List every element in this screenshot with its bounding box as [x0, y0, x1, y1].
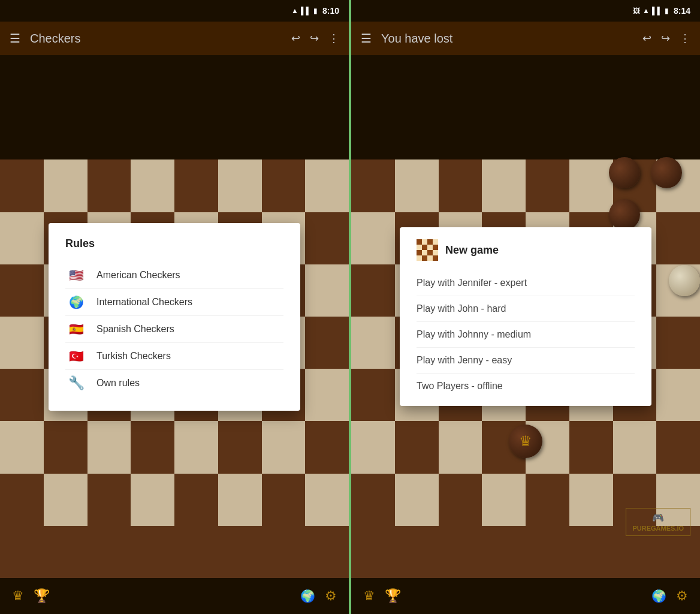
left-settings-icon[interactable]: ⚙	[325, 588, 337, 604]
signal-icon: ▌▌	[301, 7, 311, 15]
rules-dialog: Rules 🇺🇸 American Checkers 🌍 Internation…	[49, 223, 300, 411]
left-app-title: Checkers	[30, 32, 282, 46]
right-crown-icon[interactable]: ♛	[363, 588, 375, 604]
right-bottom-left-icons: ♛ 🏆	[363, 588, 401, 604]
left-status-bar: ▲ ▌▌ ▮ 8:10	[0, 0, 349, 22]
left-bottom-left-icons: ♛ 🏆	[12, 588, 50, 604]
image-icon: 🖼	[633, 7, 640, 15]
rules-item-spanish[interactable]: 🇪🇸 Spanish Checkers	[65, 316, 283, 343]
right-action-icons: ↩ ↪ ⋮	[642, 32, 690, 45]
own-label: Own rules	[96, 378, 140, 389]
left-crown-icon[interactable]: ♛	[12, 588, 24, 604]
rules-item-international[interactable]: 🌍 International Checkers	[65, 289, 283, 316]
right-trophy-icon[interactable]: 🏆	[385, 588, 401, 604]
play-johnny-link[interactable]: Play with Johnny - medium	[417, 322, 635, 348]
american-flag-icon: 🇺🇸	[65, 268, 87, 282]
right-status-bar: 🖼 ▲ ▌▌ ▮ 8:14	[351, 0, 700, 22]
left-bottom-right-icons: 🌍 ⚙	[300, 588, 337, 604]
left-globe-icon[interactable]: 🌍	[300, 589, 315, 603]
turkish-label: Turkish Checkers	[96, 351, 171, 362]
play-john-link[interactable]: Play with John - hard	[417, 296, 635, 322]
international-label: International Checkers	[96, 297, 192, 308]
right-status-icons: 🖼 ▲ ▌▌ ▮	[633, 7, 669, 15]
newgame-dialog-header: New game	[417, 239, 635, 261]
right-time: 8:14	[674, 6, 690, 16]
right-bottom-right-icons: 🌍 ⚙	[651, 588, 688, 604]
checkerboard-icon	[417, 239, 438, 261]
right-redo-icon[interactable]: ↪	[661, 32, 670, 45]
right-app-bar: ☰ You have lost ↩ ↪ ⋮	[351, 22, 700, 55]
right-undo-icon[interactable]: ↩	[642, 32, 651, 45]
rules-item-own[interactable]: 🔧 Own rules	[65, 370, 283, 396]
spanish-label: Spanish Checkers	[96, 324, 174, 335]
right-settings-icon[interactable]: ⚙	[676, 588, 688, 604]
rules-item-american[interactable]: 🇺🇸 American Checkers	[65, 262, 283, 289]
rules-dialog-title: Rules	[65, 237, 283, 250]
left-panel: ▲ ▌▌ ▮ 8:10 ☰ Checkers ↩ ↪ ⋮	[0, 0, 349, 614]
wifi-icon: ▲	[291, 7, 298, 15]
right-app-title: You have lost	[381, 32, 633, 46]
spanish-flag-icon: 🇪🇸	[65, 322, 87, 336]
right-more-icon[interactable]: ⋮	[680, 32, 690, 45]
left-status-icons: ▲ ▌▌ ▮	[291, 7, 318, 15]
left-action-icons: ↩ ↪ ⋮	[291, 32, 339, 45]
left-time: 8:10	[322, 6, 339, 16]
right-dialog-overlay: New game Play with Jennifer - expert Pla…	[351, 55, 700, 578]
newgame-dialog-title: New game	[445, 244, 499, 257]
left-trophy-icon[interactable]: 🏆	[34, 588, 50, 604]
right-board: ♛ New game Play with Jennifer - expert P…	[351, 55, 700, 578]
right-signal-icon: ▌▌	[652, 7, 662, 15]
left-board: Rules 🇺🇸 American Checkers 🌍 Internation…	[0, 55, 349, 578]
left-redo-icon[interactable]: ↪	[310, 32, 319, 45]
right-globe-icon[interactable]: 🌍	[651, 589, 666, 603]
two-players-link[interactable]: Two Players - offline	[417, 374, 635, 399]
right-bottom-bar: ♛ 🏆 🌍 ⚙	[351, 578, 700, 614]
right-panel: 🖼 ▲ ▌▌ ▮ 8:14 ☰ You have lost ↩ ↪ ⋮	[351, 0, 700, 614]
rules-item-turkish[interactable]: 🇹🇷 Turkish Checkers	[65, 343, 283, 370]
battery-icon: ▮	[313, 7, 318, 15]
left-app-bar: ☰ Checkers ↩ ↪ ⋮	[0, 22, 349, 55]
newgame-dialog: New game Play with Jennifer - expert Pla…	[400, 227, 651, 406]
right-battery-icon: ▮	[665, 7, 669, 15]
right-wifi-icon: ▲	[642, 7, 650, 15]
left-dialog-overlay: Rules 🇺🇸 American Checkers 🌍 Internation…	[0, 55, 349, 578]
left-more-icon[interactable]: ⋮	[328, 32, 339, 45]
wrench-icon: 🔧	[65, 376, 87, 390]
left-undo-icon[interactable]: ↩	[291, 32, 300, 45]
left-bottom-bar: ♛ 🏆 🌍 ⚙	[0, 578, 349, 614]
play-jennifer-link[interactable]: Play with Jennifer - expert	[417, 270, 635, 296]
play-jenny-link[interactable]: Play with Jenny - easy	[417, 348, 635, 374]
international-flag-icon: 🌍	[65, 295, 87, 309]
left-menu-icon[interactable]: ☰	[10, 31, 20, 46]
right-menu-icon[interactable]: ☰	[361, 31, 372, 46]
turkish-flag-icon: 🇹🇷	[65, 349, 87, 363]
american-label: American Checkers	[96, 270, 180, 281]
